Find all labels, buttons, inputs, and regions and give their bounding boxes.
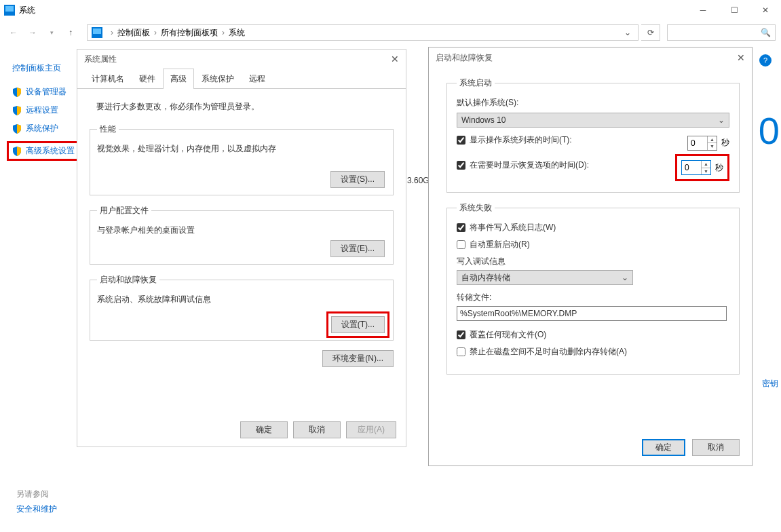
checkbox-label: 禁止在磁盘空间不足时自动删除内存转储(A) [470, 346, 627, 358]
ok-button[interactable]: 确定 [642, 439, 685, 456]
system-properties-dialog: 系统属性 ✕ 计算机名 硬件 高级 系统保护 远程 要进行大多数更改，你必须作为… [77, 49, 406, 447]
shield-icon [12, 147, 22, 156]
group-legend: 性能 [97, 124, 119, 135]
app-icon [4, 5, 15, 16]
startup-recovery-dialog: 启动和故障恢复 ✕ 系统启动 默认操作系统(S): Windows 10 ⌄ 显… [428, 47, 753, 466]
product-key-link[interactable]: 密钥 [762, 378, 778, 390]
tab-remote[interactable]: 远程 [242, 69, 273, 89]
spin-up[interactable]: ▲ [702, 161, 710, 168]
combo-value: 自动内存转储 [461, 272, 510, 284]
tab-computer-name[interactable]: 计算机名 [84, 69, 132, 89]
window-title: 系统 [19, 5, 35, 16]
sidebar-item-label: 远程设置 [26, 104, 58, 116]
shield-icon [12, 106, 22, 115]
group-legend: 系统失败 [457, 202, 495, 214]
apply-button[interactable]: 应用(A) [346, 421, 396, 438]
tab-system-protection[interactable]: 系统保护 [194, 69, 242, 89]
write-log-checkbox[interactable]: 将事件写入系统日志(W) [457, 222, 729, 233]
checkbox-label: 在需要时显示恢复选项的时间(D): [470, 159, 589, 171]
profile-settings-button[interactable]: 设置(E)... [330, 240, 385, 257]
spin-up[interactable]: ▲ [708, 136, 717, 144]
checkbox-input[interactable] [457, 240, 465, 249]
chevron-down-icon: ⌄ [718, 115, 725, 125]
close-icon[interactable]: ✕ [391, 54, 399, 64]
checkbox-input[interactable] [457, 347, 465, 356]
dialog-titlebar: 系统属性 ✕ [77, 50, 406, 69]
close-button[interactable]: ✕ [750, 0, 781, 20]
performance-settings-button[interactable]: 设置(S)... [330, 171, 385, 188]
up-button[interactable]: ↑ [62, 24, 79, 41]
checkbox-label: 自动重新启动(R) [470, 239, 530, 250]
dialog-title: 启动和故障恢复 [436, 52, 493, 64]
startup-settings-button[interactable]: 设置(T)... [331, 316, 385, 333]
shield-icon [12, 88, 22, 97]
checkbox-input[interactable] [457, 136, 465, 145]
debug-info-combo[interactable]: 自动内存转储 ⌄ [457, 270, 633, 285]
recovery-time-spinner[interactable]: 0 ▲▼ [681, 160, 711, 175]
unit-label: 秒 [721, 137, 729, 149]
os-list-time-spinner[interactable]: 0 ▲▼ [687, 136, 717, 151]
unit-label: 秒 [715, 162, 723, 174]
dialog-titlebar: 启动和故障恢复 ✕ [429, 48, 752, 68]
group-description: 系统启动、系统故障和调试信息 [97, 294, 386, 305]
cancel-button[interactable]: 取消 [692, 439, 740, 456]
spin-down[interactable]: ▼ [702, 168, 710, 175]
search-input[interactable]: 🔍 [667, 24, 776, 41]
sidebar-item-label: 高级系统设置 [26, 145, 75, 157]
background-large-digit: 0 [759, 109, 780, 153]
cancel-button[interactable]: 取消 [293, 421, 341, 438]
back-button[interactable]: ← [5, 24, 22, 41]
maximize-button[interactable]: ☐ [719, 0, 750, 20]
dialog-title: 系统属性 [84, 54, 117, 65]
group-description: 视觉效果，处理器计划，内存使用，以及虚拟内存 [97, 143, 386, 155]
input-value: %SystemRoot%\MEMORY.DMP [460, 309, 577, 318]
checkbox-input[interactable] [457, 161, 465, 170]
show-os-list-checkbox[interactable]: 显示操作系统列表的时间(T): [457, 134, 572, 146]
show-recovery-checkbox[interactable]: 在需要时显示恢复选项的时间(D): [457, 159, 589, 171]
combo-value: Windows 10 [461, 115, 506, 125]
no-auto-delete-checkbox[interactable]: 禁止在磁盘空间不足时自动删除内存转储(A) [457, 346, 729, 358]
checkbox-input[interactable] [457, 330, 465, 339]
spin-down[interactable]: ▼ [708, 143, 717, 150]
tab-advanced[interactable]: 高级 [163, 69, 194, 89]
auto-restart-checkbox[interactable]: 自动重新启动(R) [457, 239, 729, 250]
group-legend: 系统启动 [457, 77, 495, 89]
checkbox-input[interactable] [457, 223, 465, 232]
checkbox-label: 显示操作系统列表的时间(T): [470, 134, 572, 146]
breadcrumb-part[interactable]: 所有控制面板项 [161, 27, 218, 39]
window-titlebar: 系统 ─ ☐ ✕ [0, 0, 781, 20]
spinner-value: 0 [691, 138, 696, 148]
default-os-label: 默认操作系统(S): [457, 97, 729, 109]
sidebar-item-label: 设备管理器 [26, 86, 66, 98]
shield-icon [12, 124, 22, 134]
history-dropdown[interactable]: ▾ [43, 24, 60, 41]
chevron-right-icon: › [107, 28, 117, 37]
close-icon[interactable]: ✕ [737, 52, 745, 63]
environment-variables-button[interactable]: 环境变量(N)... [322, 350, 394, 367]
chevron-right-icon: › [218, 28, 229, 37]
system-boot-group: 系统启动 默认操作系统(S): Windows 10 ⌄ 显示操作系统列表的时间… [446, 77, 740, 193]
see-also-link[interactable]: 安全和维护 [16, 504, 57, 515]
tab-hardware[interactable]: 硬件 [132, 69, 163, 89]
user-profile-group: 用户配置文件 与登录帐户相关的桌面设置 设置(E)... [90, 205, 394, 265]
forward-button[interactable]: → [24, 24, 41, 41]
address-bar[interactable]: › 控制面板 › 所有控制面板项 › 系统 ⌄ [87, 24, 639, 41]
breadcrumb-part[interactable]: 控制面板 [117, 27, 150, 39]
overwrite-checkbox[interactable]: 覆盖任何现有文件(O) [457, 329, 729, 341]
breadcrumb-part[interactable]: 系统 [229, 27, 245, 39]
address-dropdown-icon[interactable]: ⌄ [624, 28, 634, 37]
default-os-combo[interactable]: Windows 10 ⌄ [457, 113, 729, 128]
ok-button[interactable]: 确定 [240, 421, 288, 438]
refresh-button[interactable]: ⟳ [641, 24, 660, 41]
see-also-heading: 另请参阅 [16, 489, 49, 500]
debug-info-label: 写入调试信息 [457, 256, 729, 267]
sidebar-item-label: 系统保护 [26, 123, 58, 134]
chevron-down-icon: ⌄ [622, 273, 628, 282]
spinner-value: 0 [685, 163, 689, 172]
minimize-button[interactable]: ─ [687, 0, 719, 20]
dump-file-input[interactable]: %SystemRoot%\MEMORY.DMP [457, 306, 727, 321]
performance-group: 性能 视觉效果，处理器计划，内存使用，以及虚拟内存 设置(S)... [90, 124, 394, 195]
help-icon[interactable]: ? [759, 54, 772, 66]
checkbox-label: 覆盖任何现有文件(O) [470, 329, 546, 341]
chevron-right-icon: › [150, 28, 161, 37]
